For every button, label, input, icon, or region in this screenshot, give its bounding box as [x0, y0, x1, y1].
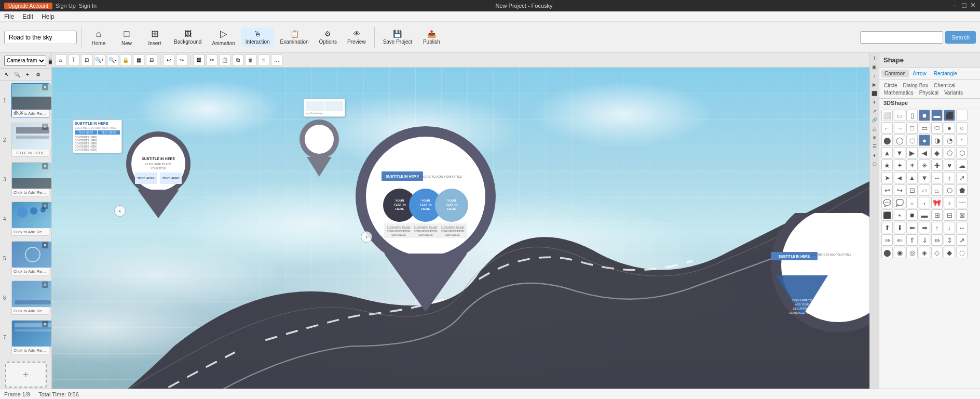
shape-callout1[interactable]: 💬 [881, 197, 893, 208]
shape-dblarrow-v[interactable]: ↕ [944, 172, 955, 183]
shape-arrow-l[interactable]: ◄ [894, 172, 905, 183]
shape-arrow-d[interactable]: ▼ [919, 172, 930, 183]
shape-spread-h[interactable]: ⇔ [931, 234, 943, 246]
shape-cat-variants[interactable]: Variants [942, 89, 965, 96]
home-button[interactable]: ⌂ Home [86, 26, 112, 48]
shape-spread-v[interactable]: ⇕ [944, 234, 955, 246]
shape-3d-2[interactable]: ▪ [894, 209, 905, 221]
shape-wave[interactable]: 〰 [956, 197, 968, 208]
add-slide-button[interactable]: + [5, 362, 47, 388]
canvas-zoom-fit-btn[interactable]: ⊡ [81, 55, 92, 66]
shape-ellipse[interactable]: ◯ [894, 135, 905, 146]
slide-item-6[interactable]: Click to Add Rem... ✕ [11, 281, 49, 315]
presentation-canvas[interactable]: SUBTITLE IN HERE CLICK HERE TO ADD YOUR … [52, 68, 869, 399]
shape-spread-r[interactable]: ⇒ [881, 234, 893, 246]
background-button[interactable]: 🖼 Background [170, 28, 206, 47]
shape-hex[interactable]: ⬡ [956, 147, 968, 158]
shape-misc[interactable]: ⬟ [956, 184, 968, 196]
shape-misc-1[interactable]: ⬤ [881, 247, 893, 258]
shape-tab-common[interactable]: Common [881, 70, 909, 77]
close-button[interactable]: ✕ [970, 1, 976, 10]
shape-spread-d[interactable]: ⇓ [919, 234, 930, 246]
shape-misc-5[interactable]: ◇ [931, 247, 943, 258]
shape-arrow-curved[interactable]: ↩ [881, 184, 893, 196]
canvas-home-btn[interactable]: ⌂ [55, 55, 66, 66]
shape-cat-chemical[interactable]: Chemical [931, 82, 958, 89]
canvas-paste-btn[interactable]: 📋 [219, 55, 230, 66]
shape-dblarrow-x[interactable]: ↗ [956, 172, 968, 183]
options-button[interactable]: ⚙ Options [315, 28, 341, 47]
signin-link[interactable]: Sign In [79, 3, 97, 9]
slide-item-7[interactable]: Click to Add Rem... ✕ [11, 320, 49, 354]
shape-star5[interactable]: ★ [881, 159, 893, 171]
insert-button[interactable]: ⊞ Insert [142, 26, 168, 48]
shape-spiral-down[interactable]: ↓ [944, 222, 955, 233]
shape-tab-rectangle[interactable]: Rectangle [931, 70, 960, 77]
side-icon-5[interactable]: ⬛ [870, 89, 879, 98]
shape-ring[interactable]: ○ [956, 122, 968, 134]
shape-tri-right[interactable]: ▶ [906, 147, 918, 158]
shape-arrow-u[interactable]: ▲ [906, 172, 918, 183]
preview-button[interactable]: 👁 Preview [343, 28, 370, 47]
restore-button[interactable]: ◻ [961, 1, 967, 10]
menu-help[interactable]: Help [42, 13, 55, 20]
slide-item-3[interactable]: Click to Add Rem... ✕ [11, 162, 49, 196]
shape-callout2[interactable]: 💭 [894, 197, 905, 208]
shape-empty[interactable] [956, 110, 968, 121]
shape-3d-1[interactable]: ⬛ [881, 209, 893, 221]
nav-arrow-center[interactable]: › [361, 231, 372, 243]
shape-spread-l[interactable]: ⇐ [894, 234, 905, 246]
canvas-zoom-in-btn[interactable]: 🔍+ [94, 55, 105, 66]
slide-tool-search[interactable]: 🔍 [12, 70, 22, 79]
signup-link[interactable]: Sign Up [56, 3, 76, 9]
shape-spread-x[interactable]: ⇗ [956, 234, 968, 246]
interaction-button[interactable]: 🖱 Interaction [241, 28, 274, 47]
search-input[interactable] [860, 31, 943, 44]
shape-misc-4[interactable]: ◈ [919, 247, 930, 258]
new-button[interactable]: □ New [114, 26, 140, 48]
upgrade-account-button[interactable]: Upgrade Account [4, 3, 52, 9]
shape-trap[interactable]: ⏢ [931, 184, 943, 196]
shape-left-arrow-1[interactable]: ⬅ [906, 222, 918, 233]
shape-dot[interactable]: ● [944, 122, 955, 134]
pin-1[interactable]: SUBTITLE IN HERE CLICK HERE TO ADD YOUR … [125, 130, 192, 220]
slide-item-4[interactable]: Click to Add Rem... ✕ [11, 202, 49, 236]
shape-star4[interactable]: ✦ [894, 159, 905, 171]
shape-ribbon[interactable]: 🎀 [931, 197, 943, 208]
shape-circle-outline[interactable]: ◌ [906, 135, 918, 146]
shape-half-circle[interactable]: ◑ [931, 135, 943, 146]
shape-filled-sq[interactable]: ⬛ [944, 110, 955, 121]
slide-delete-1[interactable]: ✕ [42, 84, 48, 90]
canvas-image-btn[interactable]: 🖼 [193, 55, 205, 66]
shape-cylinder[interactable]: ⬭ [931, 122, 943, 134]
shape-badge[interactable]: ⬦ [906, 197, 918, 208]
canvas-text-btn[interactable]: T [68, 55, 79, 66]
shape-filled-circle[interactable]: ● [919, 135, 930, 146]
shape-chevron[interactable]: › [944, 197, 955, 208]
slide-tool-settings[interactable]: ⚙ [33, 70, 43, 79]
shape-cloud[interactable]: ☁ [956, 159, 968, 171]
side-icon-7[interactable]: ↗ [870, 107, 879, 115]
shape-spiral-up[interactable]: ↑ [931, 222, 943, 233]
shape-cat-physical[interactable]: Physical [917, 89, 941, 96]
shape-tri-up[interactable]: ▲ [881, 147, 893, 158]
publish-button[interactable]: 📤 Publish [418, 28, 444, 47]
shape-misc-6[interactable]: ◆ [944, 247, 955, 258]
examination-button[interactable]: 📋 Examination [276, 28, 313, 47]
shape-square-open[interactable]: □ [906, 122, 918, 134]
shape-flow-rect[interactable]: ⊡ [906, 184, 918, 196]
slide-item-2[interactable]: TITLE IN HERE ✕ [11, 123, 49, 157]
pin-2[interactable]: small text here [298, 119, 340, 178]
shape-notch[interactable]: ⬩ [919, 197, 930, 208]
shape-misc-7[interactable]: ◌ [956, 247, 968, 258]
slide-item-5[interactable]: Click to Add Rem... ✕ [11, 241, 49, 275]
shape-rect-3d[interactable]: ▭ [894, 110, 905, 121]
shape-diamond[interactable]: ◆ [931, 147, 943, 158]
shape-quarter[interactable]: ◔ [944, 135, 955, 146]
slide-delete-5[interactable]: ✕ [42, 242, 48, 248]
shape-tri-down[interactable]: ▼ [894, 147, 905, 158]
canvas-lock-btn[interactable]: 🔒 [120, 55, 131, 66]
canvas-undo-btn[interactable]: ↩ [163, 55, 174, 66]
shape-bracket-l[interactable]: ⌐ [881, 122, 893, 134]
menu-file[interactable]: File [4, 13, 14, 20]
